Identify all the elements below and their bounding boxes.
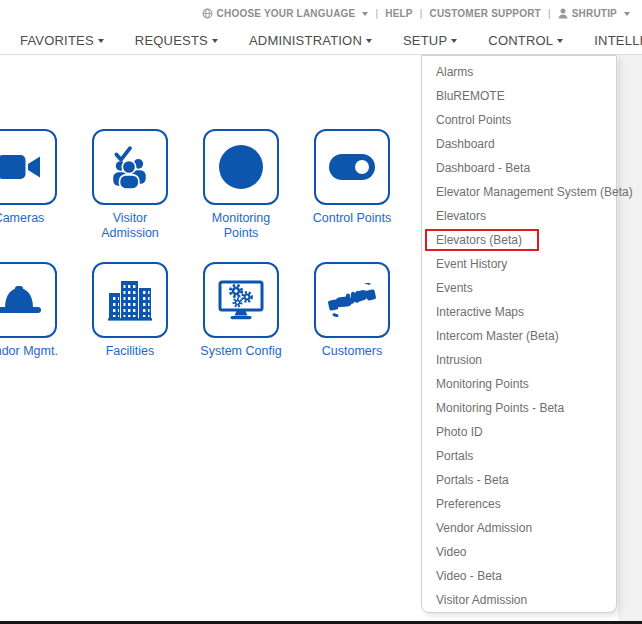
app-window: CHOOSE YOUR LANGUAGE | HELP | CUSTOMER S…	[0, 0, 642, 624]
chevron-down-icon	[366, 39, 372, 43]
visitor-group-check-icon	[108, 145, 152, 189]
menu-item-label: Elevators	[436, 209, 486, 223]
separator: |	[548, 8, 551, 19]
menu-item-label: Event History	[436, 257, 507, 271]
menu-item-intercom-master-beta[interactable]: Intercom Master (Beta)	[422, 324, 616, 348]
tile-facilities[interactable]: Facilities	[92, 262, 168, 395]
nav-item-requests[interactable]: REQUESTS	[135, 33, 218, 48]
tile-monitoring-points[interactable]: Monitoring Points	[203, 129, 279, 262]
nav-item-favorites[interactable]: FAVORITES	[20, 33, 104, 48]
menu-item-preferences[interactable]: Preferences	[422, 492, 616, 516]
main-nav: FAVORITES REQUESTS ADMINISTRATION SETUP …	[0, 27, 642, 55]
handshake-icon	[328, 283, 376, 317]
menu-item-label: Dashboard	[436, 137, 495, 151]
nav-item-control[interactable]: CONTROL	[488, 33, 563, 48]
menu-item-label: Visitor Admission	[436, 593, 527, 607]
tile-label: Control Points	[308, 211, 396, 226]
menu-item-dashboard[interactable]: Dashboard	[422, 132, 616, 156]
chevron-down-icon	[557, 39, 563, 43]
menu-item-photo-id[interactable]: Photo ID	[422, 420, 616, 444]
background-filler	[618, 55, 642, 621]
tile-system-config[interactable]: System Config	[203, 262, 279, 395]
menu-item-vendor-admission[interactable]: Vendor Admission	[422, 516, 616, 540]
menu-item-events[interactable]: Events	[422, 276, 616, 300]
topbar: CHOOSE YOUR LANGUAGE | HELP | CUSTOMER S…	[0, 0, 642, 27]
menu-item-label: Portals - Beta	[436, 473, 509, 487]
nav-label: FAVORITES	[20, 33, 94, 48]
nav-item-administration[interactable]: ADMINISTRATION	[249, 33, 372, 48]
menu-item-video[interactable]: Video	[422, 540, 616, 564]
globe-icon	[202, 8, 213, 19]
tile-box	[314, 262, 390, 338]
menu-item-label: Alarms	[436, 65, 473, 79]
menu-item-monitoring-points[interactable]: Monitoring Points	[422, 372, 616, 396]
menu-item-label: Video - Beta	[436, 569, 502, 583]
tile-customers[interactable]: Customers	[314, 262, 390, 395]
control-dropdown-menu: Alarms BluREMOTE Control Points Dashboar…	[421, 55, 617, 613]
menu-item-event-history[interactable]: Event History	[422, 252, 616, 276]
menu-item-elevators-beta[interactable]: Elevators (Beta)	[422, 228, 616, 252]
tile-box	[203, 129, 279, 205]
menu-item-monitoring-points-beta[interactable]: Monitoring Points - Beta	[422, 396, 616, 420]
menu-item-control-points[interactable]: Control Points	[422, 108, 616, 132]
tile-control-points[interactable]: Control Points	[314, 129, 390, 262]
tile-box	[0, 262, 57, 338]
menu-item-elevators[interactable]: Elevators	[422, 204, 616, 228]
nav-label: INTELLIGENCE	[594, 33, 642, 48]
nav-item-intelligence[interactable]: INTELLIGENCE	[594, 33, 642, 48]
language-label: CHOOSE YOUR LANGUAGE	[217, 8, 356, 19]
nav-label: SETUP	[403, 33, 447, 48]
tile-box	[0, 129, 57, 205]
menu-item-portals-beta[interactable]: Portals - Beta	[422, 468, 616, 492]
filled-circle-icon	[219, 145, 263, 189]
monitor-gears-icon	[217, 280, 265, 320]
language-selector[interactable]: CHOOSE YOUR LANGUAGE	[202, 8, 369, 19]
menu-item-label: Intercom Master (Beta)	[436, 329, 559, 343]
highlight-box	[425, 229, 539, 251]
menu-item-label: Elevator Management System (Beta)	[436, 185, 633, 199]
menu-item-label: Monitoring Points - Beta	[436, 401, 564, 415]
menu-item-label: Intrusion	[436, 353, 482, 367]
tile-cameras[interactable]: Cameras	[0, 129, 57, 262]
menu-item-label: Preferences	[436, 497, 501, 511]
menu-item-label: Photo ID	[436, 425, 483, 439]
menu-item-intrusion[interactable]: Intrusion	[422, 348, 616, 372]
separator: |	[375, 8, 378, 19]
tile-vendor-mgmt[interactable]: Vendor Mgmt.	[0, 262, 57, 395]
customer-support-link[interactable]: CUSTOMER SUPPORT	[430, 8, 541, 19]
tile-box	[92, 129, 168, 205]
menu-item-portals[interactable]: Portals	[422, 444, 616, 468]
menu-item-interactive-maps[interactable]: Interactive Maps	[422, 300, 616, 324]
menu-item-label: Video	[436, 545, 466, 559]
menu-item-label: Monitoring Points	[436, 377, 529, 391]
menu-item-elevator-management-system-beta[interactable]: Elevator Management System (Beta)	[422, 180, 616, 204]
menu-item-label: Vendor Admission	[436, 521, 532, 535]
chevron-down-icon	[624, 12, 630, 16]
user-icon	[558, 8, 568, 19]
buildings-icon	[108, 279, 152, 321]
chevron-down-icon	[212, 39, 218, 43]
tile-visitor-admission[interactable]: Visitor Admission	[92, 129, 168, 262]
menu-item-label: Interactive Maps	[436, 305, 524, 319]
tile-box	[92, 262, 168, 338]
hard-hat-icon	[0, 284, 42, 316]
menu-item-dashboard-beta[interactable]: Dashboard - Beta	[422, 156, 616, 180]
nav-label: REQUESTS	[135, 33, 208, 48]
chevron-down-icon	[362, 12, 368, 16]
app-tiles-grid: Cameras Visitor Admission Monitoring Poi…	[0, 129, 390, 395]
user-menu[interactable]: SHRUTIP	[558, 8, 630, 19]
menu-item-video-beta[interactable]: Video - Beta	[422, 564, 616, 588]
tile-label: Customers	[308, 344, 396, 359]
tile-box	[314, 129, 390, 205]
help-link[interactable]: HELP	[385, 8, 412, 19]
menu-item-visitor-admission[interactable]: Visitor Admission	[422, 588, 616, 612]
username-label: SHRUTIP	[572, 8, 617, 19]
tile-label: Monitoring Points	[197, 211, 285, 241]
nav-item-setup[interactable]: SETUP	[403, 33, 457, 48]
menu-item-alarms[interactable]: Alarms	[422, 60, 616, 84]
tile-label: Cameras	[0, 211, 63, 226]
tile-label: Facilities	[86, 344, 174, 359]
tile-box	[203, 262, 279, 338]
menu-item-bluremote[interactable]: BluREMOTE	[422, 84, 616, 108]
video-camera-icon	[0, 152, 41, 182]
